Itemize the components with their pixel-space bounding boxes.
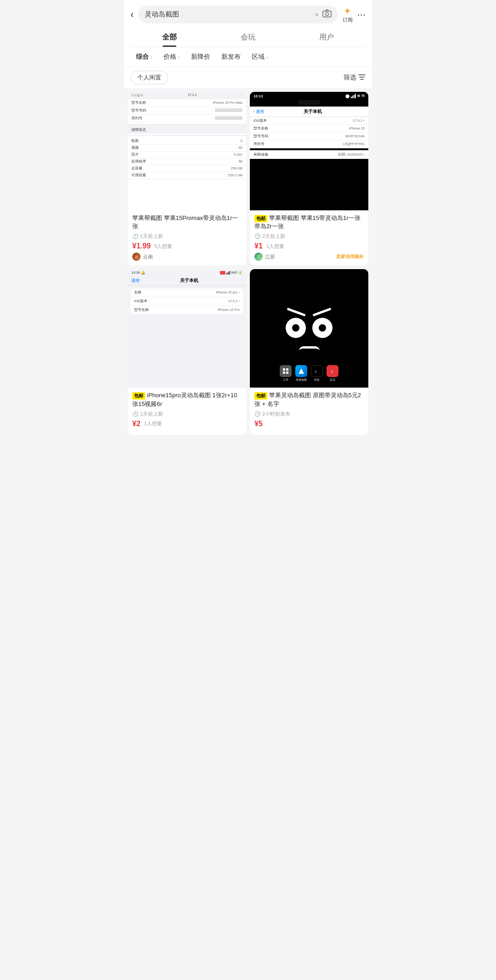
filter-price[interactable]: 价格 ↕ <box>158 51 186 63</box>
seller-row-1: 云 云南 <box>132 253 242 261</box>
row-ios-version-2: iOS版本17.4.1 › <box>250 117 368 125</box>
svg-rect-5 <box>283 368 285 371</box>
tabs: 全部 会玩 用户 <box>130 28 366 47</box>
svg-rect-8 <box>286 372 288 374</box>
product-price-4: ¥5 <box>254 420 263 428</box>
filter-bar: 综合 ↕ 价格 ↕ 新降价 新发布 区域 ↓ <box>124 47 372 67</box>
filter-region[interactable]: 区域 ↓ <box>246 51 274 63</box>
product-card-1[interactable]: iOS版本17.1.1› 型号名称iPhone 15 Pro Max 型号号码 … <box>128 92 246 265</box>
product-wants-3: 1人想要 <box>144 420 162 427</box>
row-serial-2: 序列号L5QPP7P7R1 <box>250 141 368 148</box>
row-ios-3: iOS版本17.5.1 › <box>130 297 243 306</box>
tab-user[interactable]: 用户 <box>287 28 366 47</box>
product-time-3: 🕐 1天前上新 <box>132 411 242 417</box>
subscribe-label: 订阅 <box>343 17 353 23</box>
svg-rect-0 <box>323 11 331 17</box>
filter-comprehensive-label: 综合 <box>136 53 149 61</box>
filter-region-label: 区域 <box>252 53 265 61</box>
product-image-1: iOS版本17.1.1› 型号名称iPhone 15 Pro Max 型号号码 … <box>128 92 246 210</box>
product-wants-1: 5人想要 <box>154 243 172 250</box>
product-title-2: 包邮苹果帮截图 苹果15带灵动岛1r一张带岛2r一张 <box>254 214 364 231</box>
subscribe-icon: ✦ <box>344 6 351 17</box>
nav-bar-2: ‹ 通用 关于本机 ··· <box>250 107 368 117</box>
status-icons-2: ⬤ ⊞ 76 <box>345 94 365 98</box>
free-ship-badge-3: 包邮 <box>132 392 145 400</box>
ios-screenshot-1: iOS版本17.1.1› 型号名称iPhone 15 Pro Max 型号号码 … <box>128 92 246 210</box>
tag-row: 个人闲置 筛选 <box>124 67 372 88</box>
seller-name-2: 江苏 <box>265 253 275 260</box>
personal-idle-tag[interactable]: 个人闲置 <box>130 71 168 84</box>
product-wants-2: 1人想要 <box>266 243 284 250</box>
search-text: 灵动岛截图 <box>145 10 311 19</box>
search-clear-button[interactable]: × <box>315 11 318 18</box>
filter-icon <box>358 74 366 82</box>
product-time-2: 🕐 2天前上新 <box>254 233 364 240</box>
product-info-3: 包邮iPhone15pro灵动岛截图 1张2r+10张15视频6r 🕐 1天前上… <box>128 388 246 434</box>
row-warranty-2: 有限保修到期: 2025/5/25 › <box>250 150 368 159</box>
product-card-3[interactable]: 13:34 🔔 WiFi 🔋 通用 关于本 <box>128 269 246 434</box>
product-info-2: 包邮苹果帮截图 苹果15带灵动岛1r一张带岛2r一张 🕐 2天前上新 ¥1 1人… <box>250 210 368 265</box>
header-top: ‹ 灵动岛截图 × ✦ 订阅 ··· <box>130 6 366 23</box>
settings-card-3: 名称iPhone 15 pro › iOS版本17.5.1 › 型号名称iPho… <box>130 288 243 314</box>
clock-icon-2: 🕐 <box>254 233 261 239</box>
filter-comprehensive-arrow: ↕ <box>150 55 152 60</box>
search-bar[interactable]: 灵动岛截图 × <box>138 6 338 23</box>
clock-icon-1: 🕐 <box>132 233 139 239</box>
product-image-3: 13:34 🔔 WiFi 🔋 通用 关于本 <box>128 269 246 388</box>
back-button[interactable]: ‹ <box>130 9 134 21</box>
svg-point-1 <box>325 12 328 16</box>
app-icon-gaode: 高德地图 <box>295 365 307 382</box>
product-price-row-4: ¥5 <box>254 420 364 428</box>
status-icons-3: WiFi 🔋 <box>220 271 242 275</box>
left-eyebrow <box>287 308 305 316</box>
product-price-row-2: ¥1 1人想要 <box>254 242 364 250</box>
more-button[interactable]: ··· <box>357 9 366 21</box>
seller-info-1: 云 云南 <box>132 253 153 261</box>
filter-label: 筛选 <box>344 73 356 82</box>
filter-price-arrow: ↕ <box>178 55 180 60</box>
mouth <box>299 346 320 351</box>
app-icons-row: 工作 高德地图 ♪ <box>280 365 338 382</box>
camera-icon[interactable] <box>322 9 332 20</box>
subscribe-button[interactable]: ✦ 订阅 <box>343 6 353 23</box>
status-bar-3: 13:34 🔔 WiFi 🔋 <box>128 269 246 276</box>
clock-icon-3: 🕐 <box>132 411 139 417</box>
product-card-4[interactable]: 工作 高德地图 ♪ <box>250 269 368 434</box>
seller-row-2: 江 江苏 卖家信用极好 <box>254 253 364 261</box>
svg-rect-7 <box>283 372 285 374</box>
ios-screenshot-2: 10:13 ⬤ ⊞ 76 <box>250 92 368 210</box>
svg-text:♪: ♪ <box>315 369 317 374</box>
seller-badge-2: 卖家信用极好 <box>336 253 364 260</box>
seller-info-2: 江 江苏 <box>254 253 275 261</box>
filter-new-release[interactable]: 新发布 <box>216 51 246 63</box>
seller-avatar-2: 江 <box>254 253 263 261</box>
filter-new-release-label: 新发布 <box>221 53 241 61</box>
product-info-1: 苹果帮截图 苹果15Promax带灵动岛1r一张 🕐 1天前上新 ¥1.99 5… <box>128 210 246 265</box>
product-price-1: ¥1.99 <box>132 242 151 250</box>
left-pupil <box>291 323 300 332</box>
product-time-4: 🕐 2小时前发布 <box>254 411 364 417</box>
svg-marker-9 <box>299 368 304 374</box>
filter-price-label: 价格 <box>163 53 176 61</box>
app-icon-music: ♫ 音乐 <box>327 365 338 382</box>
clock-icon-4: 🕐 <box>254 411 261 417</box>
seller-avatar-1: 云 <box>132 253 141 261</box>
ios-screenshot-3: 13:34 🔔 WiFi 🔋 通用 关于本 <box>128 269 246 388</box>
right-eyebrow <box>312 308 331 316</box>
tab-all[interactable]: 全部 <box>130 28 209 47</box>
row-model-code-2: 型号号码MV9T3CH/A <box>250 133 368 141</box>
product-card-2[interactable]: 10:13 ⬤ ⊞ 76 <box>250 92 368 265</box>
svg-text:♫: ♫ <box>330 369 334 374</box>
tab-play[interactable]: 会玩 <box>209 28 287 47</box>
filter-region-arrow: ↓ <box>266 55 268 60</box>
eyes <box>286 318 333 338</box>
seller-name-1: 云南 <box>143 253 153 260</box>
filter-new-price-drop[interactable]: 新降价 <box>186 51 216 63</box>
filter-button[interactable]: 筛选 <box>344 73 366 82</box>
ios-status-bar-2: 10:13 ⬤ ⊞ 76 <box>250 92 368 100</box>
filter-comprehensive[interactable]: 综合 ↕ <box>130 51 158 63</box>
row-model-3: 型号名称iPhone 15 Pro <box>130 306 243 314</box>
right-pupil <box>318 323 327 332</box>
right-eye <box>312 318 333 338</box>
product-title-3: 包邮iPhone15pro灵动岛截图 1张2r+10张15视频6r <box>132 391 242 408</box>
